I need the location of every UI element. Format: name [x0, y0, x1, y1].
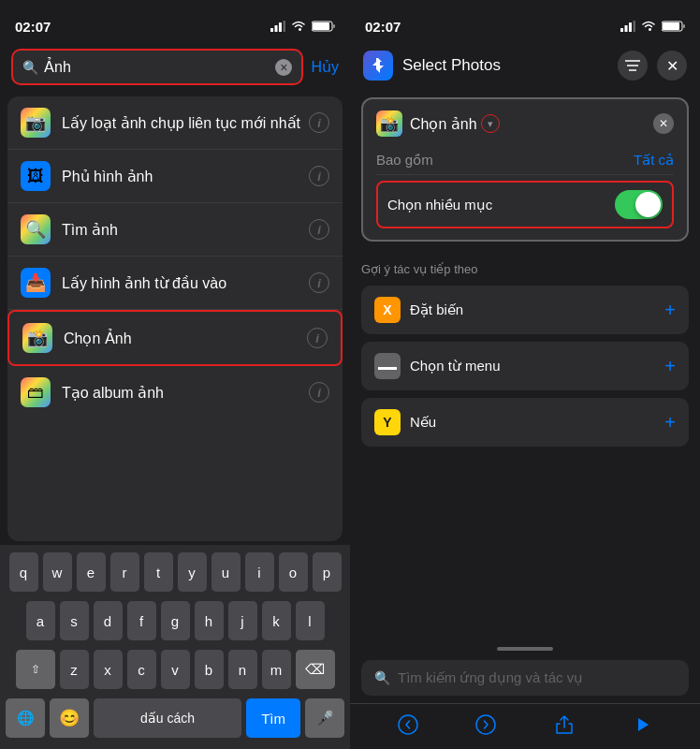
key-g[interactable]: g — [161, 601, 190, 640]
key-x[interactable]: x — [94, 650, 123, 689]
forward-arrow-icon — [475, 714, 496, 735]
key-l[interactable]: l — [296, 601, 325, 640]
key-y[interactable]: y — [178, 552, 207, 592]
right-status-time: 02:07 — [365, 19, 401, 35]
svg-rect-7 — [620, 28, 623, 32]
result-item-2[interactable]: 🖼 Phủ hình ảnh i — [7, 150, 343, 203]
result-icon-photos-1: 📷 — [21, 108, 51, 138]
nav-forward-button[interactable] — [473, 712, 499, 738]
key-q[interactable]: q — [9, 552, 38, 592]
result-item-4[interactable]: 📥 Lấy hình ảnh từ đầu vào i — [7, 257, 343, 310]
result-icon-blue-2: 🖼 — [21, 161, 51, 191]
suggestion-icon-x: X — [374, 297, 401, 323]
key-n[interactable]: n — [228, 650, 257, 689]
search-input[interactable]: Ảnh — [44, 58, 275, 76]
right-phone-screen: 02:07 Selec — [350, 0, 700, 749]
key-a[interactable]: a — [26, 601, 55, 640]
suggestion-add-3[interactable]: + — [664, 412, 676, 433]
right-status-icons — [620, 21, 685, 32]
suggestion-item-1[interactable]: X Đặt biến + — [361, 286, 689, 334]
right-battery-icon — [662, 21, 685, 32]
suggestion-text-1: Đặt biến — [410, 301, 664, 318]
suggestion-text-3: Nếu — [410, 414, 664, 431]
result-info-3[interactable]: i — [309, 219, 329, 240]
result-info-5[interactable]: i — [307, 328, 328, 348]
key-emoji[interactable]: 😊 — [50, 698, 89, 738]
bao-gom-value[interactable]: Tất cả — [634, 152, 674, 169]
suggestion-icon-menu: ▬▬ — [374, 353, 401, 379]
key-c[interactable]: c — [127, 650, 156, 689]
result-info-1[interactable]: i — [309, 112, 329, 133]
back-arrow-icon — [398, 714, 418, 735]
bottom-search-bar[interactable]: 🔍 Tìm kiếm ứng dụng và tác vụ — [361, 660, 689, 696]
key-r[interactable]: r — [110, 552, 139, 592]
svg-rect-13 — [683, 24, 685, 28]
suggestion-add-1[interactable]: + — [664, 300, 676, 321]
svg-rect-5 — [313, 22, 329, 30]
key-o[interactable]: o — [279, 552, 308, 592]
share-icon — [554, 714, 575, 735]
key-space[interactable]: dấu cách — [94, 698, 241, 738]
result-info-6[interactable]: i — [309, 382, 329, 403]
action-block: 📸 Chọn ảnh ▾ ✕ Bao gồm Tất cả Chọn nhiều… — [361, 97, 689, 242]
result-text-3: Tìm ảnh — [62, 221, 309, 239]
action-name-dropdown[interactable]: Chọn ảnh ▾ — [410, 114, 500, 133]
result-item-3[interactable]: 🔍 Tìm ảnh i — [7, 203, 343, 257]
suggestion-item-2[interactable]: ▬▬ Chọn từ menu + — [361, 342, 689, 390]
filter-button[interactable] — [618, 51, 648, 81]
key-m[interactable]: m — [262, 650, 291, 689]
result-info-4[interactable]: i — [309, 272, 329, 293]
key-j[interactable]: j — [228, 601, 257, 640]
search-clear-button[interactable] — [275, 59, 292, 76]
key-h[interactable]: h — [195, 601, 224, 640]
nav-share-button[interactable] — [551, 712, 577, 738]
suggestion-item-3[interactable]: Y Nếu + — [361, 398, 689, 447]
bottom-search-icon: 🔍 — [374, 670, 390, 685]
key-e[interactable]: e — [77, 552, 106, 592]
result-text-2: Phủ hình ảnh — [62, 168, 309, 185]
key-shift[interactable]: ⇧ — [16, 650, 55, 689]
left-phone-screen: 02:07 🔍 Ảnh Hủ — [0, 0, 350, 749]
search-input-wrapper[interactable]: 🔍 Ảnh — [11, 49, 303, 85]
action-close-button[interactable]: ✕ — [653, 113, 674, 134]
key-k[interactable]: k — [262, 601, 291, 640]
chon-nhieu-toggle[interactable] — [615, 190, 663, 219]
key-b[interactable]: b — [195, 650, 224, 689]
key-p[interactable]: p — [313, 552, 342, 592]
svg-rect-8 — [625, 25, 628, 32]
suggestion-icon-y: Y — [374, 409, 401, 435]
bottom-search-placeholder: Tìm kiếm ứng dụng và tác vụ — [398, 669, 583, 686]
result-text-4: Lấy hình ảnh từ đầu vào — [62, 274, 309, 292]
key-u[interactable]: u — [211, 552, 241, 592]
key-search[interactable]: Tìm — [246, 698, 300, 738]
cancel-button[interactable]: Hủy — [311, 58, 339, 76]
result-item-5[interactable]: 📸 Chọn Ảnh i — [7, 310, 343, 366]
key-f[interactable]: f — [127, 601, 156, 640]
result-icon-photos-3: 🔍 — [21, 214, 51, 244]
key-z[interactable]: z — [60, 650, 89, 689]
key-globe[interactable]: 🌐 — [6, 698, 45, 738]
svg-rect-0 — [270, 28, 273, 32]
key-v[interactable]: v — [161, 650, 190, 689]
right-status-bar: 02:07 — [350, 0, 700, 41]
result-item-1[interactable]: 📷 Lấy loạt ảnh chụp liên tục mới nhất i — [7, 96, 343, 150]
key-backspace[interactable]: ⌫ — [296, 650, 335, 689]
key-w[interactable]: w — [43, 552, 72, 592]
key-mic[interactable]: 🎤 — [305, 698, 344, 738]
right-signal-icon — [620, 21, 635, 32]
nav-play-button[interactable] — [629, 712, 655, 738]
result-item-6[interactable]: 🗃 Tạo album ảnh i — [7, 366, 343, 419]
nav-back-button[interactable] — [395, 712, 421, 738]
key-d[interactable]: d — [94, 601, 123, 640]
suggestion-add-2[interactable]: + — [664, 356, 676, 377]
result-info-2[interactable]: i — [309, 166, 329, 186]
close-button[interactable]: ✕ — [657, 51, 687, 81]
shortcuts-app-icon — [363, 51, 393, 81]
dropdown-arrow-icon: ▾ — [481, 114, 500, 133]
key-i[interactable]: i — [245, 552, 274, 592]
left-status-time: 02:07 — [15, 19, 51, 35]
key-t[interactable]: t — [144, 552, 173, 592]
key-s[interactable]: s — [60, 601, 89, 640]
result-icon-photos-5: 📸 — [22, 323, 52, 353]
search-icon-left: 🔍 — [22, 60, 38, 75]
